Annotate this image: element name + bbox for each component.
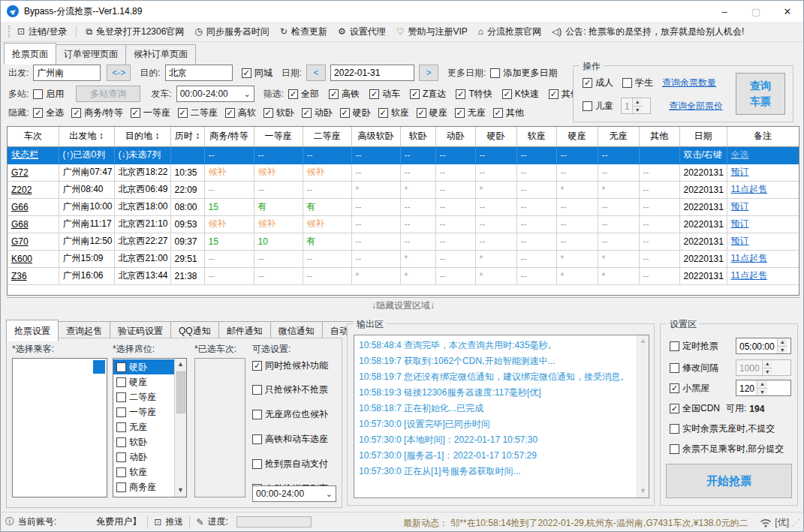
next-date-button[interactable]: >	[419, 65, 438, 81]
column-header[interactable]: 无座	[598, 127, 639, 146]
table-row[interactable]: Z36广州16:06北京西13:4421:38------**--*--**--…	[8, 267, 799, 284]
checkbox-box[interactable]	[33, 89, 43, 99]
toolbar-item-clock[interactable]: ◷同步服务器时间	[194, 26, 269, 38]
column-header[interactable]: 目的地 ↕	[114, 127, 170, 146]
column-header[interactable]: 软卧	[400, 127, 435, 146]
table-row[interactable]: G70广州南12:50北京西22:2709:371510有-----------…	[8, 233, 799, 250]
add-more-dates-checkbox[interactable]: 添加更多日期	[490, 67, 557, 80]
output-scrollbar[interactable]: ▲ ▼	[637, 335, 649, 497]
filter-checkbox[interactable]: ✓T特快	[456, 88, 492, 101]
seat-list-item[interactable]: 一等座	[113, 404, 174, 419]
table-row[interactable]: K600广州15:09北京西21:0029:51--------*--*--**…	[8, 250, 799, 267]
table-row[interactable]: G68广州南11:17北京西21:1009:53候补候补候补----------…	[8, 215, 799, 233]
checkbox-box[interactable]	[116, 437, 126, 447]
timed-grab-stepper[interactable]: 05:00:00 ▲▼	[736, 338, 791, 354]
table-row[interactable]: G66广州南10:00北京西18:0008:0015有有------------…	[8, 198, 799, 215]
query-tickets-button[interactable]: 查询 车票	[736, 73, 785, 115]
seat-list-item[interactable]: 硬座	[113, 374, 174, 389]
date-input[interactable]	[330, 65, 414, 81]
checkbox-box[interactable]: ✓	[378, 108, 388, 118]
checkbox-box[interactable]	[116, 422, 126, 432]
seat-checkbox[interactable]: 动卧	[116, 451, 147, 464]
train-link[interactable]: 状态栏	[8, 146, 59, 164]
spin-down-icon[interactable]: ▼	[778, 347, 787, 354]
close-button[interactable]: ✕	[772, 1, 803, 22]
seat-list[interactable]: 硬卧硬座二等座一等座无座软卧动卧软座商务座特等座	[113, 359, 174, 497]
row-action-link[interactable]: 11点起售	[727, 267, 799, 284]
checkbox-box[interactable]	[490, 68, 500, 78]
checkbox-box[interactable]	[670, 341, 679, 351]
hide-checkbox[interactable]: ✓硬座	[417, 107, 447, 119]
column-header[interactable]: 动卧	[435, 127, 475, 146]
child-count-stepper[interactable]: 1 ▲▼	[621, 98, 651, 114]
checkbox-box[interactable]: ✓	[583, 78, 592, 88]
seat-list-item[interactable]: 软座	[113, 464, 174, 479]
seat-list-item[interactable]: 商务座	[113, 479, 174, 494]
hide-checkbox[interactable]: ✓高软	[225, 107, 256, 119]
hide-checkbox[interactable]: ✓软座	[378, 107, 409, 119]
hide-checkbox[interactable]: ✓无座	[455, 107, 486, 119]
checkbox-box[interactable]	[670, 424, 679, 434]
student-checkbox[interactable]: 学生	[622, 77, 653, 89]
timed-grab-checkbox[interactable]: 定时抢票	[670, 340, 718, 353]
multi-enable-checkbox[interactable]: 启用	[33, 88, 64, 101]
row-action-link[interactable]: 预订	[727, 198, 799, 215]
train-link[interactable]: Z202	[8, 181, 59, 198]
prev-date-button[interactable]: <	[306, 65, 326, 81]
adult-checkbox[interactable]: ✓ 成人	[583, 77, 613, 89]
column-header[interactable]: 出发地 ↕	[59, 127, 114, 146]
filter-checkbox[interactable]: ✓动车	[369, 88, 400, 101]
multi-station-query-button[interactable]: 多站查询	[76, 86, 140, 102]
hide-checkbox[interactable]: ✓商务/特等	[71, 107, 122, 119]
scroll-up-icon[interactable]: ▲	[637, 335, 649, 347]
checkbox-box[interactable]: ✓	[302, 108, 312, 118]
row-action-link[interactable]: 11点起售	[727, 250, 799, 267]
column-header[interactable]: 高级软卧	[351, 127, 400, 146]
checkbox-box[interactable]	[670, 363, 679, 373]
hide-checkbox[interactable]: ✓二等座	[178, 107, 218, 119]
output-log[interactable]: 10:58:48:4 查询完毕，本次查询共用时:435毫秒。10:58:19:7…	[354, 335, 637, 497]
start-grab-button[interactable]: 开始抢票	[666, 464, 792, 498]
checkbox-box[interactable]: ✓	[670, 383, 679, 393]
checkbox-box[interactable]: ✓	[493, 108, 503, 118]
train-link[interactable]: K600	[8, 250, 59, 267]
scroll-up-icon[interactable]: ▲	[175, 359, 186, 371]
seat-list-item[interactable]: 特等座	[113, 494, 174, 497]
toolbar-item-open-window[interactable]: ⧉免登录打开12306官网	[86, 26, 184, 38]
filter-checkbox[interactable]: ✓全部	[288, 88, 319, 101]
column-header[interactable]: 硬座	[556, 127, 598, 146]
filter-checkbox[interactable]: ✓高铁	[329, 88, 360, 101]
interval-checkbox[interactable]: 修改间隔	[670, 362, 718, 374]
seat-list-scrollbar[interactable]: ▲ ▼	[174, 359, 186, 497]
column-header[interactable]: 二等座	[303, 127, 351, 146]
table-row[interactable]: G72广州南07:47北京西18:2210:35候补候补候补----------…	[8, 164, 799, 181]
checkbox-box[interactable]: ✓	[288, 89, 298, 99]
option-checkbox[interactable]: 只抢候补不抢票	[252, 383, 328, 396]
main-tab[interactable]: 抢票页面	[4, 43, 56, 65]
checkbox-box[interactable]	[252, 434, 262, 444]
checkbox-box[interactable]: ✓	[455, 108, 465, 118]
seat-checkbox[interactable]: 软座	[116, 466, 147, 479]
checkbox-box[interactable]	[116, 407, 126, 417]
swap-stations-button[interactable]: <->	[107, 65, 131, 81]
checkbox-box[interactable]	[252, 459, 262, 469]
checkbox-box[interactable]: ✓	[417, 108, 426, 118]
main-tab[interactable]: 订单管理页面	[56, 44, 126, 65]
seat-list-item[interactable]: 硬卧	[113, 359, 174, 374]
checkbox-box[interactable]	[116, 377, 126, 387]
checkbox-box[interactable]	[116, 467, 126, 477]
checkbox-box[interactable]	[116, 452, 126, 462]
hide-checkbox[interactable]: ✓全选	[33, 107, 64, 119]
toolbar-item-logout-login[interactable]: ⊡注销/登录	[17, 26, 67, 38]
checkbox-box[interactable]: ✓	[340, 108, 350, 118]
minimize-button[interactable]: –	[709, 1, 740, 22]
row-action-link[interactable]: 11点起售	[727, 181, 799, 198]
train-link[interactable]: G66	[8, 198, 59, 215]
spin-up-icon[interactable]: ▲	[633, 98, 643, 107]
maximize-button[interactable]: ▢	[740, 1, 772, 22]
child-checkbox[interactable]: 儿童	[583, 100, 613, 113]
column-header[interactable]: 一等座	[254, 127, 303, 146]
option-checkbox[interactable]: ✓同时抢候补功能	[252, 359, 328, 372]
seat-checkbox[interactable]: 硬卧	[116, 361, 147, 374]
train-link[interactable]: G70	[8, 233, 59, 250]
